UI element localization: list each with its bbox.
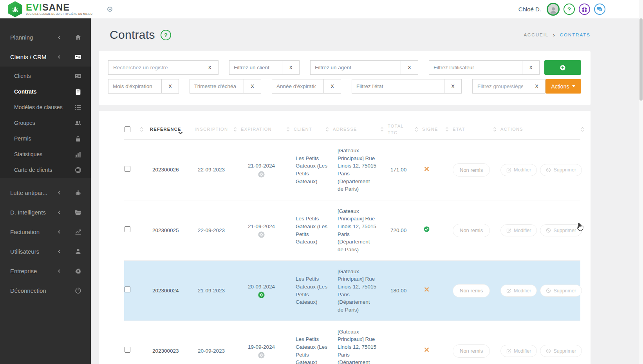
column-header-reference[interactable]: RÉFÉRENCE: [150, 119, 195, 139]
group-filter[interactable]: [473, 79, 528, 93]
sidebar-item-contrats[interactable]: Contrats: [0, 84, 91, 99]
etat-badge[interactable]: Non remis: [453, 163, 490, 177]
sidebar-item-d-intelligents[interactable]: D. Intelligents: [0, 202, 91, 222]
row-checkbox[interactable]: [125, 287, 130, 292]
etat-badge[interactable]: Non remis: [453, 284, 490, 297]
sidebar-item-utilisateurs[interactable]: Utilisateurs: [0, 241, 91, 261]
sidebar-item-clients[interactable]: Clients: [0, 67, 91, 84]
column-header-end[interactable]: [581, 119, 584, 139]
clear-filter-button[interactable]: X: [401, 61, 418, 74]
etat-cell: Non remis: [453, 344, 500, 358]
modify-button[interactable]: Modifier: [500, 224, 537, 236]
clear-filter-button[interactable]: X: [528, 79, 545, 93]
add-contract-button[interactable]: [544, 60, 581, 75]
signed-cell: [422, 166, 453, 174]
row-checkbox[interactable]: [125, 226, 130, 232]
sidebar-toggle-icon[interactable]: [107, 7, 112, 12]
bug-hexagon-icon: [8, 1, 22, 17]
clear-filter-button[interactable]: X: [522, 61, 539, 74]
etat-badge[interactable]: Non remis: [453, 224, 490, 237]
breadcrumb-current[interactable]: CONTRATS: [560, 32, 591, 37]
ban-icon: [546, 348, 551, 353]
sidebar-item-facturation[interactable]: Facturation: [0, 222, 91, 241]
avatar[interactable]: [547, 3, 560, 16]
sidebar-item-label: Lutte antipar...: [10, 189, 57, 196]
clear-filter-button[interactable]: X: [323, 79, 341, 93]
bar-chart-icon: [75, 151, 81, 158]
select-all-column[interactable]: [124, 119, 140, 139]
table-row[interactable]: 20230002320-09-202319-09-2024Les Petits …: [124, 321, 580, 364]
sidebar-item-lutte-antipar[interactable]: Lutte antipar...: [0, 183, 91, 202]
brand-logo[interactable]: EVISANE LOGICIEL GLOBAL DE 3D ET HYGIÈNE…: [8, 1, 92, 17]
scrollbar-thumb[interactable]: [639, 18, 643, 101]
clear-filter-button[interactable]: X: [282, 61, 299, 74]
delete-button[interactable]: Supprimer: [540, 285, 582, 297]
search-registre-input[interactable]: [108, 61, 201, 74]
modify-button[interactable]: Modifier: [500, 345, 537, 357]
actions-button[interactable]: Actions: [545, 79, 581, 94]
gear-icon: [75, 268, 81, 274]
sidebar-item-planning[interactable]: Planning: [0, 27, 91, 47]
sidebar-item-statistiques[interactable]: Statistiques: [0, 146, 91, 162]
column-header-client[interactable]: CLIENT: [294, 119, 333, 139]
expiration-year-filter[interactable]: Année d'éxpiration: [272, 79, 323, 93]
clear-filter-button[interactable]: X: [244, 79, 261, 93]
sidebar-item-groupes[interactable]: Groupes: [0, 115, 91, 131]
chevron-left-icon: [57, 269, 61, 273]
chart-line-icon: [75, 229, 81, 235]
expiration-month-filter[interactable]: Mois d'éxpiration: [108, 79, 161, 93]
topbar: EVISANE LOGICIEL GLOBAL DE 3D ET HYGIÈNE…: [0, 0, 643, 18]
sidebar-item-d-connection[interactable]: Déconnection: [0, 281, 91, 300]
gift-icon[interactable]: [579, 4, 590, 15]
agent-filter[interactable]: Filtrez un agent: [311, 61, 401, 74]
sidebar-item-clients-crm[interactable]: Clients / CRM: [0, 47, 91, 67]
clear-filter-button[interactable]: X: [161, 79, 179, 93]
edit-icon: [506, 228, 511, 233]
clear-filter-button[interactable]: X: [201, 61, 218, 74]
select-all-checkbox[interactable]: [125, 126, 130, 132]
renew-badge-icon: [258, 171, 265, 178]
sidebar-item-entreprise[interactable]: Entreprise: [0, 261, 91, 281]
sidebar-item-label: Modèles de clauses: [14, 104, 75, 110]
sidebar-item-label: Entreprise: [10, 268, 57, 274]
column-header-select[interactable]: [140, 119, 150, 139]
due-quarter-filter[interactable]: Trimestre d'échéance: [190, 79, 244, 93]
filter-select-label: Filtrez l'état: [356, 83, 383, 89]
clear-filter-button[interactable]: X: [444, 79, 461, 93]
modify-button[interactable]: Modifier: [500, 164, 537, 176]
column-header-inscription[interactable]: INSCRIPTION: [195, 119, 241, 139]
signed-check-icon: [424, 226, 430, 232]
sort-icon: [581, 126, 584, 132]
sort-icon: [233, 126, 237, 132]
filter-row-2: Mois d'éxpirationXTrimestre d'échéanceXA…: [108, 79, 581, 94]
expiration-date: 19-09-2024: [248, 343, 275, 351]
chat-icon[interactable]: [594, 4, 605, 15]
breadcrumb-separator-icon: ›: [553, 32, 555, 38]
modify-button[interactable]: Modifier: [500, 285, 537, 297]
column-header-total[interactable]: TOTAL TTC: [388, 119, 422, 139]
table-row[interactable]: 20230002622-09-202321-09-2024Les Petits …: [124, 140, 580, 200]
etat-badge[interactable]: Non remis: [453, 344, 490, 358]
column-header-etat[interactable]: ÉTAT: [453, 119, 500, 139]
row-checkbox[interactable]: [125, 347, 130, 353]
client-name: Les Petits Gateaux (Les Petits Gateaux): [294, 335, 333, 364]
column-header-expiration[interactable]: ÉXPIRATION: [241, 119, 294, 139]
delete-button[interactable]: Supprimer: [540, 345, 582, 357]
ban-icon: [546, 168, 551, 173]
table-row[interactable]: 20230002522-09-202321-09-2024Les Petits …: [124, 200, 580, 260]
column-header-signe[interactable]: SIGNÉ: [422, 119, 453, 139]
column-header-adresse[interactable]: ADRESSE: [333, 119, 388, 139]
help-icon[interactable]: ?: [564, 4, 575, 15]
row-checkbox[interactable]: [125, 166, 130, 172]
delete-button[interactable]: Supprimer: [540, 164, 582, 176]
state-filter[interactable]: Filtrez l'état: [352, 79, 444, 93]
sidebar-item-mod-les-de-clauses[interactable]: Modèles de clauses: [0, 99, 91, 115]
table-row[interactable]: 20230002421-09-202320-09-2024Les Petits …: [124, 260, 580, 321]
client-filter[interactable]: Filtrez un client: [229, 61, 282, 74]
delete-button[interactable]: Supprimer: [540, 224, 582, 236]
page-help-icon[interactable]: ?: [161, 30, 171, 40]
user-filter[interactable]: Filtrez l'utilisateur: [429, 61, 522, 74]
breadcrumb-home[interactable]: ACCUEIL: [524, 32, 549, 37]
sidebar-item-permis[interactable]: Permis: [0, 131, 91, 146]
sidebar-item-carte-de-clients[interactable]: Carte de clients: [0, 162, 91, 178]
